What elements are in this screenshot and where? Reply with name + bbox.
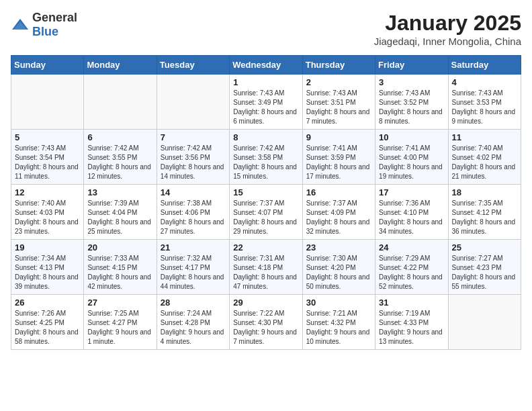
weekday-header-monday: Monday — [84, 56, 157, 75]
day-cell-15: 15Sunrise: 7:37 AM Sunset: 4:07 PM Dayli… — [230, 185, 302, 240]
day-cell-30: 30Sunrise: 7:21 AM Sunset: 4:32 PM Dayli… — [302, 295, 375, 350]
week-row-3: 12Sunrise: 7:40 AM Sunset: 4:03 PM Dayli… — [11, 185, 521, 240]
week-row-5: 26Sunrise: 7:26 AM Sunset: 4:25 PM Dayli… — [11, 295, 521, 350]
logo-general: General — [32, 11, 77, 24]
day-info: Sunrise: 7:42 AM Sunset: 3:55 PM Dayligh… — [87, 144, 152, 181]
empty-cell — [11, 75, 84, 130]
day-number: 9 — [306, 132, 371, 142]
empty-cell — [84, 75, 157, 130]
day-info: Sunrise: 7:37 AM Sunset: 4:09 PM Dayligh… — [306, 199, 371, 236]
day-number: 27 — [87, 298, 152, 308]
weekday-header-tuesday: Tuesday — [157, 56, 229, 75]
day-cell-6: 6Sunrise: 7:42 AM Sunset: 3:55 PM Daylig… — [84, 130, 157, 185]
logo-icon — [11, 17, 30, 32]
day-cell-10: 10Sunrise: 7:41 AM Sunset: 4:00 PM Dayli… — [375, 130, 448, 185]
day-info: Sunrise: 7:29 AM Sunset: 4:22 PM Dayligh… — [379, 254, 444, 291]
day-info: Sunrise: 7:32 AM Sunset: 4:17 PM Dayligh… — [161, 254, 226, 291]
day-number: 4 — [452, 77, 517, 87]
day-cell-19: 19Sunrise: 7:34 AM Sunset: 4:13 PM Dayli… — [11, 240, 84, 295]
logo: General Blue — [11, 11, 77, 39]
day-info: Sunrise: 7:31 AM Sunset: 4:18 PM Dayligh… — [233, 254, 298, 291]
day-number: 19 — [15, 242, 80, 253]
page-title: January 2025 — [374, 11, 521, 36]
day-info: Sunrise: 7:26 AM Sunset: 4:25 PM Dayligh… — [15, 309, 80, 347]
day-cell-18: 18Sunrise: 7:35 AM Sunset: 4:12 PM Dayli… — [448, 185, 521, 240]
day-info: Sunrise: 7:42 AM Sunset: 3:56 PM Dayligh… — [161, 144, 226, 181]
day-cell-16: 16Sunrise: 7:37 AM Sunset: 4:09 PM Dayli… — [302, 185, 375, 240]
empty-cell — [448, 295, 521, 350]
day-number: 21 — [161, 242, 226, 253]
day-cell-25: 25Sunrise: 7:27 AM Sunset: 4:23 PM Dayli… — [448, 240, 521, 295]
weekday-header-friday: Friday — [375, 56, 448, 75]
day-cell-2: 2Sunrise: 7:43 AM Sunset: 3:51 PM Daylig… — [302, 75, 375, 130]
day-number: 16 — [306, 187, 371, 197]
day-number: 1 — [233, 77, 298, 87]
day-cell-7: 7Sunrise: 7:42 AM Sunset: 3:56 PM Daylig… — [157, 130, 229, 185]
day-cell-13: 13Sunrise: 7:39 AM Sunset: 4:04 PM Dayli… — [84, 185, 157, 240]
weekday-header-thursday: Thursday — [302, 56, 375, 75]
day-number: 12 — [15, 187, 80, 197]
day-cell-28: 28Sunrise: 7:24 AM Sunset: 4:28 PM Dayli… — [157, 295, 229, 350]
day-number: 22 — [233, 242, 298, 253]
day-info: Sunrise: 7:41 AM Sunset: 4:00 PM Dayligh… — [379, 144, 444, 181]
day-number: 17 — [379, 187, 444, 197]
day-cell-1: 1Sunrise: 7:43 AM Sunset: 3:49 PM Daylig… — [230, 75, 302, 130]
day-info: Sunrise: 7:43 AM Sunset: 3:51 PM Dayligh… — [306, 89, 371, 126]
day-number: 10 — [379, 132, 444, 142]
day-info: Sunrise: 7:43 AM Sunset: 3:52 PM Dayligh… — [379, 89, 444, 126]
day-cell-4: 4Sunrise: 7:43 AM Sunset: 3:53 PM Daylig… — [448, 75, 521, 130]
day-info: Sunrise: 7:41 AM Sunset: 3:59 PM Dayligh… — [306, 144, 371, 181]
day-cell-22: 22Sunrise: 7:31 AM Sunset: 4:18 PM Dayli… — [230, 240, 302, 295]
day-info: Sunrise: 7:35 AM Sunset: 4:12 PM Dayligh… — [452, 199, 517, 236]
day-info: Sunrise: 7:24 AM Sunset: 4:28 PM Dayligh… — [161, 309, 226, 347]
day-number: 24 — [379, 242, 444, 253]
day-number: 26 — [15, 298, 80, 308]
day-number: 23 — [306, 242, 371, 253]
page-subtitle: Jiagedaqi, Inner Mongolia, China — [374, 36, 521, 47]
day-number: 14 — [161, 187, 226, 197]
day-info: Sunrise: 7:19 AM Sunset: 4:33 PM Dayligh… — [379, 309, 444, 347]
day-info: Sunrise: 7:43 AM Sunset: 3:53 PM Dayligh… — [452, 89, 517, 126]
day-number: 11 — [452, 132, 517, 142]
day-cell-20: 20Sunrise: 7:33 AM Sunset: 4:15 PM Dayli… — [84, 240, 157, 295]
day-number: 30 — [306, 298, 371, 308]
day-info: Sunrise: 7:25 AM Sunset: 4:27 PM Dayligh… — [87, 309, 152, 347]
weekday-header-saturday: Saturday — [448, 56, 521, 75]
day-cell-3: 3Sunrise: 7:43 AM Sunset: 3:52 PM Daylig… — [375, 75, 448, 130]
day-number: 28 — [161, 298, 226, 308]
day-number: 31 — [379, 298, 444, 308]
day-info: Sunrise: 7:39 AM Sunset: 4:04 PM Dayligh… — [87, 199, 152, 236]
week-row-1: 1Sunrise: 7:43 AM Sunset: 3:49 PM Daylig… — [11, 75, 521, 130]
empty-cell — [157, 75, 229, 130]
day-cell-17: 17Sunrise: 7:36 AM Sunset: 4:10 PM Dayli… — [375, 185, 448, 240]
day-info: Sunrise: 7:43 AM Sunset: 3:49 PM Dayligh… — [233, 89, 298, 126]
day-number: 13 — [87, 187, 152, 197]
day-info: Sunrise: 7:40 AM Sunset: 4:03 PM Dayligh… — [15, 199, 80, 236]
day-number: 2 — [306, 77, 371, 87]
logo-text: General Blue — [32, 11, 77, 39]
weekday-header-wednesday: Wednesday — [230, 56, 302, 75]
title-block: January 2025 Jiagedaqi, Inner Mongolia, … — [374, 11, 521, 47]
day-info: Sunrise: 7:36 AM Sunset: 4:10 PM Dayligh… — [379, 199, 444, 236]
calendar-table: SundayMondayTuesdayWednesdayThursdayFrid… — [11, 55, 521, 350]
week-row-4: 19Sunrise: 7:34 AM Sunset: 4:13 PM Dayli… — [11, 240, 521, 295]
day-info: Sunrise: 7:42 AM Sunset: 3:58 PM Dayligh… — [233, 144, 298, 181]
day-info: Sunrise: 7:27 AM Sunset: 4:23 PM Dayligh… — [452, 254, 517, 291]
day-info: Sunrise: 7:33 AM Sunset: 4:15 PM Dayligh… — [87, 254, 152, 291]
day-cell-24: 24Sunrise: 7:29 AM Sunset: 4:22 PM Dayli… — [375, 240, 448, 295]
day-number: 25 — [452, 242, 517, 253]
day-cell-23: 23Sunrise: 7:30 AM Sunset: 4:20 PM Dayli… — [302, 240, 375, 295]
day-info: Sunrise: 7:22 AM Sunset: 4:30 PM Dayligh… — [233, 309, 298, 347]
day-number: 5 — [15, 132, 80, 142]
day-info: Sunrise: 7:40 AM Sunset: 4:02 PM Dayligh… — [452, 144, 517, 181]
day-cell-29: 29Sunrise: 7:22 AM Sunset: 4:30 PM Dayli… — [230, 295, 302, 350]
logo-blue: Blue — [32, 25, 58, 38]
day-number: 6 — [87, 132, 152, 142]
weekday-header-row: SundayMondayTuesdayWednesdayThursdayFrid… — [11, 56, 521, 75]
week-row-2: 5Sunrise: 7:43 AM Sunset: 3:54 PM Daylig… — [11, 130, 521, 185]
day-cell-12: 12Sunrise: 7:40 AM Sunset: 4:03 PM Dayli… — [11, 185, 84, 240]
day-cell-27: 27Sunrise: 7:25 AM Sunset: 4:27 PM Dayli… — [84, 295, 157, 350]
day-number: 29 — [233, 298, 298, 308]
day-info: Sunrise: 7:34 AM Sunset: 4:13 PM Dayligh… — [15, 254, 80, 291]
day-info: Sunrise: 7:38 AM Sunset: 4:06 PM Dayligh… — [161, 199, 226, 236]
